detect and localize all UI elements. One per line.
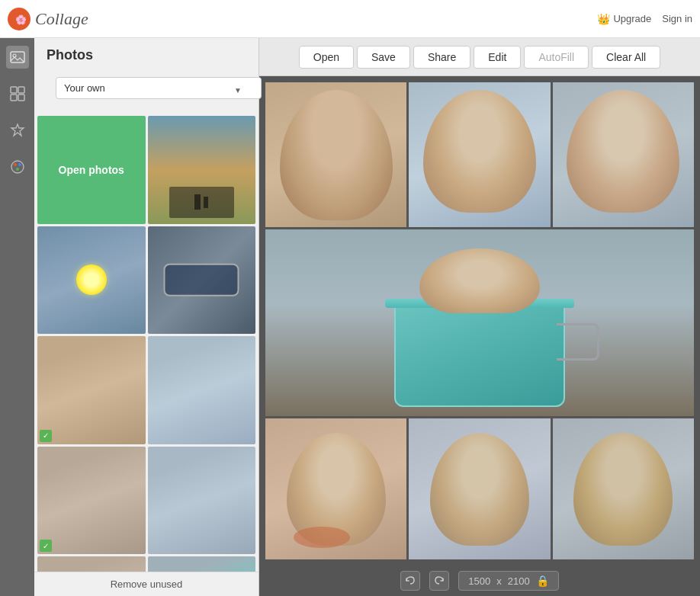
sidebar-palette-icon[interactable] <box>6 155 29 178</box>
redo-btn[interactable] <box>429 571 449 591</box>
clearall-btn[interactable]: Clear All <box>592 46 660 69</box>
width-value: 1500 <box>468 575 490 587</box>
photo-thumb-baby2[interactable] <box>148 336 256 444</box>
collage-cell-bottom-3[interactable] <box>553 418 694 559</box>
collage-grid <box>259 76 700 566</box>
svg-rect-6 <box>11 95 17 101</box>
logo-icon: 🌸 <box>8 8 31 30</box>
icon-sidebar <box>0 38 34 596</box>
collage-cell-middle[interactable] <box>265 229 694 416</box>
photos-source-select[interactable]: Your own Facebook Instagram Flickr <box>56 77 262 99</box>
photo-thumb-sunset[interactable]: ✓ <box>148 116 256 224</box>
svg-text:🌸: 🌸 <box>15 14 27 25</box>
open-photos-btn[interactable]: Open photos <box>37 116 146 224</box>
app-name: Collage <box>35 9 88 29</box>
photo-thumb-daisy[interactable] <box>37 226 146 335</box>
lock-icon[interactable]: 🔒 <box>536 575 549 587</box>
dimensions-display: 1500 x 2100 🔒 <box>458 571 558 591</box>
photo-thumb-baby5[interactable]: ✓ <box>37 556 146 572</box>
collage-top-row <box>265 82 694 227</box>
collage-toolbar: Open Save Share Edit AutoFill Clear All <box>259 38 700 76</box>
share-btn[interactable]: Share <box>413 46 470 69</box>
photo-thumb-sunglasses[interactable] <box>148 226 256 335</box>
svg-rect-4 <box>11 87 17 93</box>
height-value: 2100 <box>508 575 530 587</box>
upgrade-btn[interactable]: 👑 Upgrade <box>597 13 651 25</box>
svg-point-10 <box>18 163 21 166</box>
collage-cell-bottom-1[interactable] <box>265 418 406 559</box>
svg-rect-7 <box>18 95 24 101</box>
collage-bottom-row <box>265 418 694 559</box>
open-photos-label: Open photos <box>59 163 124 177</box>
photos-panel: Photos Your own Facebook Instagram Flick… <box>34 38 259 596</box>
collage-cell-top-1[interactable] <box>265 82 406 227</box>
photo-thumb-baby1[interactable]: ✓ <box>37 336 146 444</box>
sidebar-layout-icon[interactable] <box>6 82 29 105</box>
photo-thumb-baby-bucket[interactable]: ✓ <box>148 556 256 572</box>
photos-title: Photos <box>34 38 258 68</box>
photo-check-1: ✓ <box>40 430 52 442</box>
top-nav: 👑 Upgrade Sign in <box>597 13 692 25</box>
status-bar: 1500 x 2100 🔒 <box>259 566 700 596</box>
undo-btn[interactable] <box>400 571 420 591</box>
svg-point-8 <box>11 161 24 173</box>
open-btn[interactable]: Open <box>299 46 354 69</box>
photo-thumb-baby3[interactable]: ✓ <box>37 447 146 555</box>
collage-middle-row <box>265 229 694 416</box>
photo-check-3: ✓ <box>40 540 52 552</box>
autofill-btn[interactable]: AutoFill <box>524 46 589 69</box>
remove-unused-btn[interactable]: Remove unused <box>34 572 258 596</box>
svg-point-9 <box>14 163 17 166</box>
svg-rect-5 <box>18 87 24 93</box>
collage-area: Open Save Share Edit AutoFill Clear All <box>259 38 700 596</box>
top-bar: 🌸 Collage 👑 Upgrade Sign in <box>0 0 700 38</box>
upgrade-icon: 👑 <box>597 13 610 25</box>
collage-cell-bottom-2[interactable] <box>409 418 550 559</box>
signin-btn[interactable]: Sign in <box>662 13 692 24</box>
photo-grid: Open photos ✓ <box>34 113 258 572</box>
save-btn[interactable]: Save <box>357 46 410 69</box>
photos-scroll-area[interactable]: Open photos ✓ <box>34 113 258 572</box>
sidebar-stickers-icon[interactable] <box>6 119 29 142</box>
x-label: x <box>496 575 502 587</box>
collage-cell-top-3[interactable] <box>553 82 694 227</box>
app-logo: 🌸 Collage <box>8 8 236 30</box>
upgrade-label[interactable]: Upgrade <box>613 13 651 24</box>
collage-cell-top-2[interactable] <box>409 82 550 227</box>
sidebar-photos-icon[interactable] <box>6 46 29 69</box>
main-container: Photos Your own Facebook Instagram Flick… <box>0 38 700 596</box>
svg-point-11 <box>16 168 19 171</box>
photo-thumb-baby4[interactable] <box>148 447 256 555</box>
edit-btn[interactable]: Edit <box>474 46 521 69</box>
